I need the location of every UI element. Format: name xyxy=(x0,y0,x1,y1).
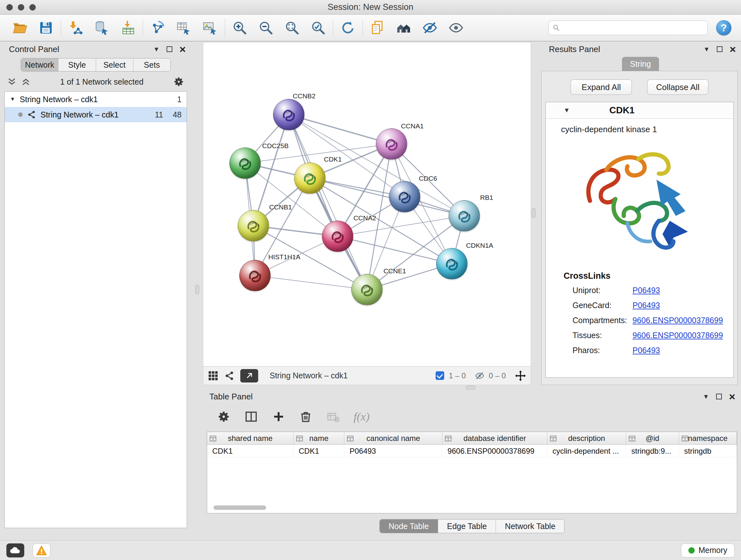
tree-expand-icon[interactable]: ▼ xyxy=(10,96,15,103)
results-panel-close-icon[interactable]: × xyxy=(730,44,736,55)
crosslink-value-link[interactable]: P06493 xyxy=(632,301,660,310)
column-header-name[interactable]: name xyxy=(293,432,344,444)
results-panel-maximize-icon[interactable] xyxy=(717,46,723,52)
import-network-file-button[interactable] xyxy=(67,19,84,36)
tab-sets[interactable]: Sets xyxy=(133,58,171,71)
gear-icon[interactable] xyxy=(173,76,185,87)
table-panel-maximize-icon[interactable] xyxy=(716,394,722,399)
zoom-window-button[interactable] xyxy=(29,4,36,10)
crosslink-value-link[interactable]: P06493 xyxy=(632,286,660,295)
import-network-database-button[interactable] xyxy=(93,19,110,36)
new-network-from-selection-button[interactable] xyxy=(149,19,166,36)
zoom-out-button[interactable] xyxy=(258,19,274,36)
import-table-file-button[interactable] xyxy=(120,19,136,36)
open-in-new-window-button[interactable] xyxy=(240,369,258,382)
copy-button[interactable] xyxy=(369,19,386,36)
network-glyph-icon[interactable] xyxy=(224,371,234,381)
search-input[interactable] xyxy=(563,23,704,32)
delete-trash-icon[interactable] xyxy=(299,410,312,423)
left-splitter-handle[interactable] xyxy=(195,285,199,294)
network-edge[interactable] xyxy=(289,115,392,144)
network-node-ccnb2[interactable] xyxy=(273,99,305,130)
selected-checkbox-icon[interactable] xyxy=(435,371,444,380)
minimize-window-button[interactable] xyxy=(18,4,24,10)
network-canvas[interactable]: CCNB2CCNA1CDC25BCDK1CDC6RB1CCNB1CCNA2CDK… xyxy=(203,43,531,366)
cloud-button[interactable] xyxy=(6,543,24,557)
table-cell[interactable]: 9606.ENSP00000378699 xyxy=(442,445,547,457)
crosslink-value-link[interactable]: 9606.ENSP00000378699 xyxy=(632,316,723,325)
collapse-all-button[interactable]: Collapse All xyxy=(647,79,709,95)
collapse-all-icon[interactable] xyxy=(7,77,17,86)
zoom-in-button[interactable] xyxy=(231,19,248,36)
save-session-button[interactable] xyxy=(38,19,54,36)
network-node-ccne1[interactable] xyxy=(351,274,383,305)
horizontal-splitter-handle[interactable] xyxy=(466,386,475,389)
column-header-description[interactable]: description xyxy=(547,432,626,444)
refresh-button[interactable] xyxy=(340,19,356,36)
table-cell[interactable]: cyclin-dependent ... xyxy=(547,445,626,457)
control-panel-maximize-icon[interactable] xyxy=(166,46,172,52)
tab-node-table[interactable]: Node Table xyxy=(380,519,438,533)
add-column-plus-icon[interactable] xyxy=(272,410,285,423)
table-cell[interactable]: P06493 xyxy=(344,445,442,457)
show-all-button[interactable] xyxy=(448,19,464,36)
table-panel-close-icon[interactable]: × xyxy=(729,391,735,402)
network-node-cdc6[interactable] xyxy=(389,181,420,212)
results-panel-float-icon[interactable]: ▼ xyxy=(703,46,710,53)
network-collection-row[interactable]: ▼ String Network – cdk1 1 xyxy=(5,91,187,107)
column-header-canonical-name[interactable]: canonical name xyxy=(344,432,442,444)
network-node-ccna1[interactable] xyxy=(376,128,407,160)
control-panel-close-icon[interactable]: × xyxy=(179,44,186,55)
network-node-cdc25b[interactable] xyxy=(229,147,261,179)
network-edge[interactable] xyxy=(255,275,367,290)
control-panel-float-icon[interactable]: ▼ xyxy=(153,46,159,53)
table-cell[interactable]: CDK1 xyxy=(293,445,344,457)
tab-string[interactable]: String xyxy=(622,57,659,71)
export-table-button[interactable] xyxy=(176,19,192,36)
network-node-ccnb1[interactable] xyxy=(238,210,269,241)
show-columns-icon[interactable] xyxy=(245,410,258,423)
network-edge[interactable] xyxy=(310,178,464,216)
expand-all-icon[interactable] xyxy=(21,77,30,86)
table-cell[interactable]: stringdb:9... xyxy=(626,445,679,457)
help-button[interactable]: ? xyxy=(716,20,731,36)
table-panel-float-icon[interactable]: ▼ xyxy=(703,393,709,400)
tab-edge-table[interactable]: Edge Table xyxy=(438,519,496,533)
protein-collapse-icon[interactable]: ▼ xyxy=(563,107,570,114)
network-node-cdk1[interactable] xyxy=(294,163,326,194)
network-edge[interactable] xyxy=(338,236,452,264)
toolbar-search[interactable] xyxy=(548,20,708,35)
function-builder-button[interactable]: f(x) xyxy=(354,410,369,423)
zoom-fit-button[interactable] xyxy=(284,19,300,36)
birds-eye-grid-icon[interactable] xyxy=(208,370,219,381)
crosslink-value-link[interactable]: P06493 xyxy=(632,346,660,355)
network-node-rb1[interactable] xyxy=(449,200,480,232)
export-image-button[interactable] xyxy=(202,19,218,36)
tab-network-table[interactable]: Network Table xyxy=(496,519,564,533)
table-cell[interactable]: stringdb xyxy=(679,445,737,457)
network-row-selected[interactable]: String Network – cdk1 11 48 xyxy=(5,107,187,122)
horizontal-scrollbar[interactable] xyxy=(213,505,266,510)
network-node-hist1h1a[interactable] xyxy=(239,260,271,291)
warnings-button[interactable] xyxy=(32,543,51,557)
tab-select[interactable]: Select xyxy=(96,58,133,71)
open-session-button[interactable] xyxy=(11,19,28,36)
column-header-database-identifier[interactable]: database identifier xyxy=(442,432,547,444)
column-header-shared-name[interactable]: shared name xyxy=(207,432,293,444)
home-button[interactable] xyxy=(395,19,412,36)
zoom-selected-button[interactable] xyxy=(310,19,327,36)
network-node-ccna2[interactable] xyxy=(322,221,353,252)
hide-selected-button[interactable] xyxy=(421,19,438,36)
fit-content-crosshair-icon[interactable] xyxy=(515,370,526,381)
network-node-cdkn1a[interactable] xyxy=(436,248,468,279)
crosslink-value-link[interactable]: 9606.ENSP00000378699 xyxy=(632,331,723,340)
table-gear-icon[interactable] xyxy=(217,410,230,423)
memory-button[interactable]: Memory xyxy=(681,543,735,557)
table-row[interactable]: CDK1CDK1P064939606.ENSP00000378699cyclin… xyxy=(207,445,737,457)
column-header-namespace[interactable]: namespace xyxy=(679,432,737,444)
table-cell[interactable]: CDK1 xyxy=(207,445,293,457)
column-header--id[interactable]: @id xyxy=(626,432,679,444)
tab-network[interactable]: Network xyxy=(21,58,58,71)
right-splitter-handle[interactable] xyxy=(532,208,536,218)
expand-all-button[interactable]: Expand All xyxy=(570,79,632,95)
